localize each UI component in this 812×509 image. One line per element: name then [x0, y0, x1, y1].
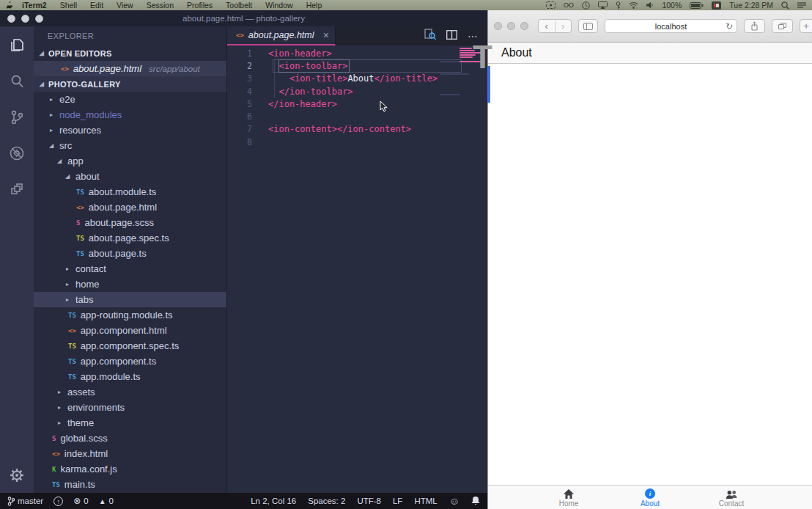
tree-file-about.page.spec.ts[interactable]: TSabout.page.spec.ts	[34, 230, 226, 246]
split-editor-icon[interactable]	[446, 29, 457, 43]
key-icon[interactable]	[616, 1, 621, 10]
code-line-8[interactable]: 8	[227, 136, 487, 148]
menu-item-profiles[interactable]: Profiles	[187, 1, 213, 10]
tree-folder-app[interactable]: ◢app	[34, 153, 226, 169]
code-line-5[interactable]: 5</ion-header>	[227, 98, 487, 110]
apple-menu-icon[interactable]	[6, 1, 15, 10]
tree-item-label: tabs	[75, 294, 94, 305]
menu-item-edit[interactable]: Edit	[90, 1, 103, 10]
explorer-icon[interactable]	[8, 37, 26, 54]
minimize-window-button[interactable]	[507, 22, 515, 30]
tree-folder-resources[interactable]: ▸resources	[34, 122, 226, 138]
airplay-icon[interactable]	[598, 1, 608, 9]
extensions-icon[interactable]	[8, 180, 26, 198]
close-window-button[interactable]	[7, 15, 15, 23]
search-icon[interactable]	[8, 73, 26, 90]
code-line-2[interactable]: 2 <ion-toolbar>	[227, 59, 487, 72]
open-editor-item[interactable]: <> about.page.html src/app/about	[34, 61, 226, 76]
ion-tab-about[interactable]: iAbout	[610, 486, 691, 509]
zoom-window-button[interactable]	[520, 22, 528, 30]
notifications-bell-icon[interactable]	[471, 496, 480, 507]
tab-overview-button[interactable]	[772, 19, 793, 33]
wifi-icon[interactable]	[629, 1, 638, 9]
error-count[interactable]: ⊗ 0	[73, 496, 88, 506]
source-control-icon[interactable]	[8, 109, 26, 126]
cursor-position[interactable]: Ln 2, Col 16	[251, 497, 296, 505]
code-line-7[interactable]: 7<ion-content></ion-content>	[227, 123, 487, 136]
tab-close-icon[interactable]: ×	[323, 30, 329, 40]
menu-item-window[interactable]: Window	[265, 1, 292, 10]
forward-button[interactable]: ›	[555, 21, 572, 32]
ion-tab-home[interactable]: Home	[528, 486, 610, 509]
tree-folder-theme[interactable]: ▸theme	[34, 415, 226, 431]
tree-folder-e2e[interactable]: ▸e2e	[34, 92, 226, 107]
share-button[interactable]	[744, 19, 765, 33]
tree-folder-about[interactable]: ◢about	[34, 169, 226, 184]
address-bar[interactable]: localhost ↻	[605, 19, 737, 33]
tree-folder-assets[interactable]: ▸assets	[34, 384, 226, 400]
tree-folder-src[interactable]: ◢src	[34, 138, 226, 153]
glasses-icon[interactable]	[564, 2, 574, 8]
encoding-setting[interactable]: UTF-8	[357, 497, 381, 505]
battery-icon[interactable]	[690, 2, 704, 9]
volume-icon[interactable]	[646, 1, 654, 9]
sidebar-toggle-button[interactable]	[578, 19, 598, 33]
back-button[interactable]: ‹	[539, 21, 555, 32]
tree-file-main.ts[interactable]: TSmain.ts	[34, 477, 226, 492]
tree-folder-environments[interactable]: ▸environments	[34, 400, 226, 415]
tree-file-about.page.html[interactable]: <>about.page.html	[34, 199, 226, 215]
menubar-clock[interactable]: Tue 2:28 PM	[729, 1, 773, 10]
spotlight-icon[interactable]	[781, 1, 789, 10]
indentation-setting[interactable]: Spaces: 2	[308, 497, 345, 505]
code-line-4[interactable]: 4 </ion-toolbar>	[227, 85, 487, 98]
git-branch-indicator[interactable]: master	[7, 497, 43, 506]
tree-file-about.page.ts[interactable]: TSabout.page.ts	[34, 246, 226, 261]
tree-file-karma.conf.js[interactable]: Kkarma.conf.js	[34, 461, 226, 477]
debug-icon[interactable]	[8, 144, 26, 162]
minimize-window-button[interactable]	[21, 15, 29, 23]
menu-item-help[interactable]: Help	[306, 1, 322, 10]
menu-item-session[interactable]: Session	[147, 1, 174, 10]
feedback-smiley-icon[interactable]: ☺	[449, 495, 459, 507]
sync-icon[interactable]: ↑	[53, 497, 63, 506]
settings-gear-icon[interactable]	[8, 466, 26, 484]
editor-tab-about-page-html[interactable]: <> about.page.html ×	[227, 26, 336, 45]
history-nav-buttons: ‹ ›	[538, 19, 572, 33]
code-line-3[interactable]: 3 <ion-title>About</ion-title>	[227, 73, 487, 85]
tree-file-about.page.scss[interactable]: Sabout.page.scss	[34, 215, 226, 230]
tree-file-app.component.spec.ts[interactable]: TSapp.component.spec.ts	[34, 338, 226, 354]
tree-file-global.scss[interactable]: Sglobal.scss	[34, 431, 226, 446]
screenshot-icon[interactable]	[546, 1, 556, 9]
tree-file-app.module.ts[interactable]: TSapp.module.ts	[34, 369, 226, 384]
open-editors-header[interactable]: ◢ OPEN EDITORS	[34, 45, 226, 61]
notification-center-icon[interactable]	[797, 1, 806, 9]
tree-folder-node_modules[interactable]: ▸node_modules	[34, 107, 226, 122]
tree-folder-tabs[interactable]: ▸tabs	[34, 292, 226, 307]
zoom-window-button[interactable]	[35, 15, 43, 23]
menu-item-iterm2[interactable]: iTerm2	[22, 1, 47, 10]
new-tab-button[interactable]: +	[800, 19, 812, 33]
tree-folder-contact[interactable]: ▸contact	[34, 261, 226, 277]
code-editor[interactable]: 1<ion-header>2 <ion-toolbar>3 <ion-title…	[227, 45, 487, 493]
tree-file-about.module.ts[interactable]: TSabout.module.ts	[34, 184, 226, 199]
language-mode[interactable]: HTML	[414, 497, 437, 505]
warning-count[interactable]: ▲ 0	[99, 497, 114, 505]
clock-icon[interactable]	[582, 1, 590, 10]
tree-folder-home[interactable]: ▸home	[34, 277, 226, 292]
menu-item-shell[interactable]: Shell	[60, 1, 77, 10]
eol-setting[interactable]: LF	[393, 497, 402, 505]
reload-icon[interactable]: ↻	[726, 21, 733, 32]
menu-item-toolbelt[interactable]: Toolbelt	[226, 1, 252, 10]
input-source-icon[interactable]	[712, 1, 721, 10]
menu-item-view[interactable]: View	[117, 1, 133, 10]
tree-file-app.component.ts[interactable]: TSapp.component.ts	[34, 354, 226, 369]
ion-tab-contact[interactable]: Contact	[691, 486, 772, 509]
code-line-1[interactable]: 1<ion-header>	[227, 47, 487, 59]
close-window-button[interactable]	[494, 22, 502, 30]
project-header[interactable]: ◢ PHOTO-GALLERY	[34, 76, 226, 92]
tree-file-app.component.html[interactable]: <>app.component.html	[34, 323, 226, 338]
tree-file-index.html[interactable]: <>index.html	[34, 446, 226, 461]
code-line-6[interactable]: 6	[227, 110, 487, 122]
open-preview-icon[interactable]	[424, 29, 436, 43]
tree-file-app-routing.module.ts[interactable]: TSapp-routing.module.ts	[34, 307, 226, 323]
